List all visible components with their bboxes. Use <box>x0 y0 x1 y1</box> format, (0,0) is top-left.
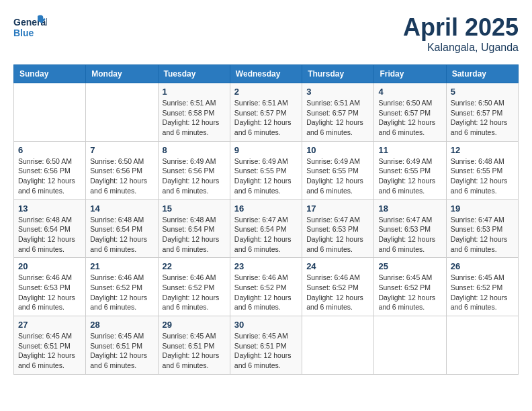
day-info: Sunrise: 6:48 AM Sunset: 6:54 PM Dayligh… <box>18 215 81 255</box>
day-info: Sunrise: 6:51 AM Sunset: 6:58 PM Dayligh… <box>163 98 226 138</box>
calendar-cell: 11Sunrise: 6:49 AM Sunset: 6:55 PM Dayli… <box>374 141 446 199</box>
day-info: Sunrise: 6:46 AM Sunset: 6:52 PM Dayligh… <box>90 273 153 312</box>
day-number: 17 <box>306 203 369 214</box>
day-info: Sunrise: 6:51 AM Sunset: 6:57 PM Dayligh… <box>306 98 369 138</box>
calendar-cell: 28Sunrise: 6:45 AM Sunset: 6:51 PM Dayli… <box>86 316 158 375</box>
day-number: 25 <box>378 261 441 271</box>
calendar-cell: 7Sunrise: 6:50 AM Sunset: 6:56 PM Daylig… <box>86 141 158 199</box>
day-info: Sunrise: 6:48 AM Sunset: 6:54 PM Dayligh… <box>90 215 153 255</box>
calendar-table: SundayMondayTuesdayWednesdayThursdayFrid… <box>13 64 519 375</box>
day-number: 23 <box>234 261 298 271</box>
calendar-cell: 20Sunrise: 6:46 AM Sunset: 6:53 PM Dayli… <box>14 258 86 316</box>
day-number: 24 <box>306 261 369 271</box>
day-info: Sunrise: 6:50 AM Sunset: 6:56 PM Dayligh… <box>18 156 81 196</box>
calendar-cell: 29Sunrise: 6:45 AM Sunset: 6:51 PM Dayli… <box>158 316 230 375</box>
day-number: 15 <box>163 203 226 214</box>
month-title: April 2025 <box>403 13 519 42</box>
calendar-cell: 4Sunrise: 6:50 AM Sunset: 6:57 PM Daylig… <box>374 83 446 142</box>
day-number: 11 <box>378 145 441 155</box>
calendar-cell: 3Sunrise: 6:51 AM Sunset: 6:57 PM Daylig… <box>302 83 374 142</box>
day-info: Sunrise: 6:45 AM Sunset: 6:52 PM Dayligh… <box>451 273 514 312</box>
calendar-cell: 10Sunrise: 6:49 AM Sunset: 6:55 PM Dayli… <box>302 141 374 199</box>
calendar-body: 1Sunrise: 6:51 AM Sunset: 6:58 PM Daylig… <box>14 83 519 375</box>
day-info: Sunrise: 6:49 AM Sunset: 6:55 PM Dayligh… <box>306 156 369 196</box>
calendar-cell: 8Sunrise: 6:49 AM Sunset: 6:56 PM Daylig… <box>158 141 230 199</box>
day-number: 3 <box>306 87 369 97</box>
day-header-monday: Monday <box>86 65 158 83</box>
day-header-friday: Friday <box>374 65 446 83</box>
day-number: 30 <box>234 320 298 330</box>
day-info: Sunrise: 6:50 AM Sunset: 6:57 PM Dayligh… <box>451 98 514 138</box>
day-number: 27 <box>18 320 81 330</box>
calendar-week-1: 1Sunrise: 6:51 AM Sunset: 6:58 PM Daylig… <box>14 83 519 142</box>
day-info: Sunrise: 6:49 AM Sunset: 6:55 PM Dayligh… <box>234 156 298 196</box>
day-info: Sunrise: 6:50 AM Sunset: 6:56 PM Dayligh… <box>90 156 153 196</box>
day-info: Sunrise: 6:46 AM Sunset: 6:52 PM Dayligh… <box>306 273 369 312</box>
calendar-cell: 5Sunrise: 6:50 AM Sunset: 6:57 PM Daylig… <box>446 83 518 142</box>
day-number: 29 <box>163 320 226 330</box>
day-info: Sunrise: 6:49 AM Sunset: 6:56 PM Dayligh… <box>163 156 226 196</box>
day-info: Sunrise: 6:46 AM Sunset: 6:52 PM Dayligh… <box>234 273 298 312</box>
logo-svg: General Blue <box>13 13 47 42</box>
day-info: Sunrise: 6:46 AM Sunset: 6:52 PM Dayligh… <box>163 273 226 312</box>
day-info: Sunrise: 6:49 AM Sunset: 6:55 PM Dayligh… <box>378 156 441 196</box>
calendar-week-5: 27Sunrise: 6:45 AM Sunset: 6:51 PM Dayli… <box>14 316 519 375</box>
calendar-header-row: SundayMondayTuesdayWednesdayThursdayFrid… <box>14 65 519 83</box>
day-info: Sunrise: 6:47 AM Sunset: 6:53 PM Dayligh… <box>451 215 514 255</box>
svg-text:Blue: Blue <box>13 28 34 38</box>
day-header-sunday: Sunday <box>14 65 86 83</box>
day-number: 2 <box>234 87 298 97</box>
calendar-cell <box>446 316 518 375</box>
calendar-cell: 16Sunrise: 6:47 AM Sunset: 6:54 PM Dayli… <box>230 199 302 258</box>
calendar-cell: 1Sunrise: 6:51 AM Sunset: 6:58 PM Daylig… <box>158 83 230 142</box>
calendar-cell: 14Sunrise: 6:48 AM Sunset: 6:54 PM Dayli… <box>86 199 158 258</box>
calendar-cell: 15Sunrise: 6:48 AM Sunset: 6:54 PM Dayli… <box>158 199 230 258</box>
calendar-cell: 13Sunrise: 6:48 AM Sunset: 6:54 PM Dayli… <box>14 199 86 258</box>
day-number: 18 <box>378 203 441 214</box>
day-info: Sunrise: 6:47 AM Sunset: 6:54 PM Dayligh… <box>234 215 298 255</box>
calendar-cell: 30Sunrise: 6:45 AM Sunset: 6:51 PM Dayli… <box>230 316 302 375</box>
day-number: 20 <box>18 261 81 271</box>
day-number: 13 <box>18 203 81 214</box>
day-info: Sunrise: 6:45 AM Sunset: 6:52 PM Dayligh… <box>378 273 441 312</box>
calendar-cell <box>86 83 158 142</box>
day-number: 9 <box>234 145 298 155</box>
day-header-thursday: Thursday <box>302 65 374 83</box>
calendar-week-3: 13Sunrise: 6:48 AM Sunset: 6:54 PM Dayli… <box>14 199 519 258</box>
calendar-week-2: 6Sunrise: 6:50 AM Sunset: 6:56 PM Daylig… <box>14 141 519 199</box>
day-number: 21 <box>90 261 153 271</box>
day-number: 26 <box>451 261 514 271</box>
calendar-cell: 9Sunrise: 6:49 AM Sunset: 6:55 PM Daylig… <box>230 141 302 199</box>
day-info: Sunrise: 6:46 AM Sunset: 6:53 PM Dayligh… <box>18 273 81 312</box>
day-header-wednesday: Wednesday <box>230 65 302 83</box>
calendar-week-4: 20Sunrise: 6:46 AM Sunset: 6:53 PM Dayli… <box>14 258 519 316</box>
day-number: 5 <box>451 87 514 97</box>
day-info: Sunrise: 6:48 AM Sunset: 6:55 PM Dayligh… <box>451 156 514 196</box>
calendar-cell: 2Sunrise: 6:51 AM Sunset: 6:57 PM Daylig… <box>230 83 302 142</box>
day-info: Sunrise: 6:47 AM Sunset: 6:53 PM Dayligh… <box>378 215 441 255</box>
day-number: 19 <box>451 203 514 214</box>
calendar-cell: 17Sunrise: 6:47 AM Sunset: 6:53 PM Dayli… <box>302 199 374 258</box>
day-number: 8 <box>163 145 226 155</box>
calendar-cell: 19Sunrise: 6:47 AM Sunset: 6:53 PM Dayli… <box>446 199 518 258</box>
day-info: Sunrise: 6:47 AM Sunset: 6:53 PM Dayligh… <box>306 215 369 255</box>
day-number: 10 <box>306 145 369 155</box>
day-info: Sunrise: 6:45 AM Sunset: 6:51 PM Dayligh… <box>163 331 226 371</box>
day-number: 1 <box>163 87 226 97</box>
day-number: 4 <box>378 87 441 97</box>
day-number: 14 <box>90 203 153 214</box>
calendar-cell: 12Sunrise: 6:48 AM Sunset: 6:55 PM Dayli… <box>446 141 518 199</box>
calendar-cell <box>14 83 86 142</box>
day-number: 22 <box>163 261 226 271</box>
day-info: Sunrise: 6:51 AM Sunset: 6:57 PM Dayligh… <box>234 98 298 138</box>
title-block: April 2025 Kalangala, Uganda <box>403 13 519 54</box>
day-number: 12 <box>451 145 514 155</box>
logo: General Blue <box>13 13 47 42</box>
day-header-tuesday: Tuesday <box>158 65 230 83</box>
day-number: 7 <box>90 145 153 155</box>
calendar-cell: 18Sunrise: 6:47 AM Sunset: 6:53 PM Dayli… <box>374 199 446 258</box>
calendar-cell: 27Sunrise: 6:45 AM Sunset: 6:51 PM Dayli… <box>14 316 86 375</box>
calendar-cell: 25Sunrise: 6:45 AM Sunset: 6:52 PM Dayli… <box>374 258 446 316</box>
day-header-saturday: Saturday <box>446 65 518 83</box>
day-info: Sunrise: 6:45 AM Sunset: 6:51 PM Dayligh… <box>18 331 81 371</box>
